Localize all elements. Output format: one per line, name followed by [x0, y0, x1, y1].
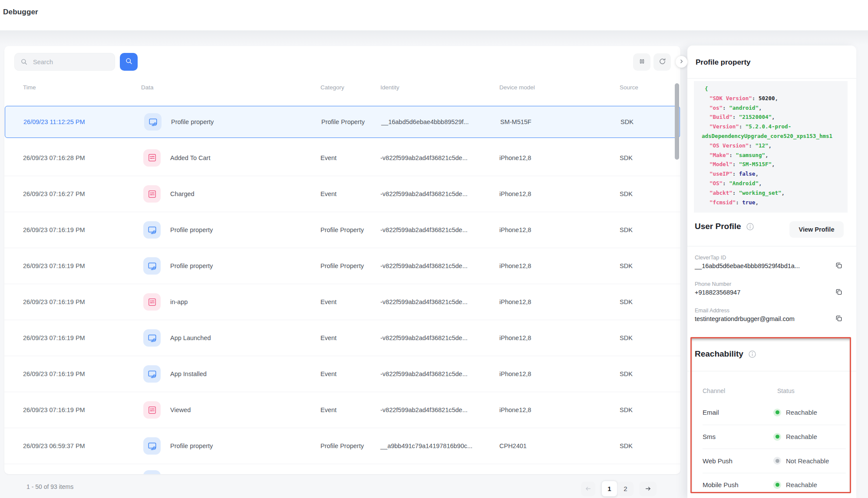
channel-name: Sms: [703, 433, 716, 440]
row-data-label: App Launched: [170, 334, 211, 341]
row-identity: -v822f599ab2ad4f36821c5de...: [380, 262, 468, 269]
row-time: 26/09/23 11:12:25 PM: [23, 118, 85, 125]
table-row[interactable]: 26/09/23 06:59:37 PMProfile propertyProf…: [4, 428, 680, 464]
table-row[interactable]: 26/09/23 07:16:19 PMApp LaunchedEvent-v8…: [4, 320, 680, 356]
row-device-model: iPhone12,8: [499, 298, 531, 305]
event-sliders-icon: [143, 293, 161, 311]
collapse-panel-button[interactable]: [676, 56, 687, 68]
column-header-time: Time: [23, 84, 36, 91]
field-value: +918823568947: [695, 289, 740, 296]
status-dot-not-reachable: [773, 457, 781, 465]
row-time: 26/09/23 06:59:37 PM: [23, 442, 85, 449]
device-settings-icon: [143, 221, 161, 239]
table-header-row: TimeDataCategoryIdentityDevice modelSour…: [4, 84, 680, 95]
row-identity: -v822f599ab2ad4f36821c5de...: [380, 190, 468, 197]
row-data-label: Profile property: [170, 226, 213, 233]
status-column-header: Status: [777, 387, 795, 394]
table-row[interactable]: 26/09/23 07:16:19 PMin-appEvent-v822f599…: [4, 284, 680, 320]
table-row[interactable]: 26/09/23 11:12:25 PMProfile propertyProf…: [5, 106, 680, 138]
table-row[interactable]: 26/09/23 07:16:19 PMProfile propertyProf…: [4, 248, 680, 284]
row-device-model: iPhone12,8: [499, 262, 531, 269]
column-header-data: Data: [141, 84, 154, 91]
row-category: Event: [320, 154, 337, 161]
row-data-label: Profile property: [170, 442, 213, 449]
refresh-button[interactable]: [653, 53, 671, 71]
search-icon: [125, 57, 133, 67]
profile-property-json-viewer: {"SDK Version": 50200,"os": "android","B…: [694, 81, 848, 213]
json-code-line: "OS Version": "12",: [710, 141, 846, 151]
copy-icon[interactable]: [834, 287, 844, 297]
channel-status: Reachable: [773, 409, 817, 416]
previous-page-button[interactable]: [581, 482, 595, 496]
status-label: Reachable: [786, 433, 817, 440]
channel-status: Reachable: [773, 433, 817, 441]
column-header-device-model: Device model: [499, 84, 535, 91]
table-row-partial[interactable]: [4, 464, 680, 474]
device-settings-icon: [144, 113, 162, 131]
row-category: Profile Property: [321, 118, 365, 125]
table-row[interactable]: 26/09/23 07:16:28 PMAdded To CartEvent-v…: [4, 140, 680, 176]
search-button[interactable]: [120, 53, 138, 71]
row-device-model: iPhone12,8: [499, 226, 531, 233]
row-category: Profile Property: [320, 442, 364, 449]
view-profile-button[interactable]: View Profile: [789, 221, 844, 238]
row-data-label: Profile property: [170, 262, 213, 269]
table-scrollbar[interactable]: [675, 83, 679, 160]
device-settings-icon: [143, 257, 161, 275]
row-category: Event: [320, 370, 337, 377]
row-identity: -v822f599ab2ad4f36821c5de...: [380, 334, 468, 341]
row-device-model: iPhone12,8: [499, 154, 531, 161]
search-input[interactable]: [32, 58, 109, 66]
user-profile-title: User Profile: [695, 222, 741, 231]
row-device-model: iPhone12,8: [499, 406, 531, 413]
info-icon[interactable]: [748, 350, 757, 359]
row-time: 26/09/23 07:16:19 PM: [23, 406, 85, 413]
row-category: Event: [320, 190, 337, 197]
json-code-line: {: [705, 84, 846, 94]
row-data-label: App Installed: [170, 370, 207, 377]
table-row[interactable]: 26/09/23 07:16:27 PMChargedEvent-v822f59…: [4, 176, 680, 212]
reachability-column-headers: Channel Status: [703, 387, 846, 394]
json-code-line: "abckt": "working_set",: [710, 188, 846, 198]
field-value: testintegrationdrbugger@gmail.com: [695, 315, 795, 322]
device-settings-icon: [143, 365, 161, 383]
row-time: 26/09/23 07:16:28 PM: [23, 154, 85, 161]
table-row[interactable]: 26/09/23 07:16:19 PMProfile propertyProf…: [4, 212, 680, 248]
pause-stream-button[interactable]: [633, 53, 650, 71]
row-identity: -v822f599ab2ad4f36821c5de...: [380, 370, 468, 377]
channel-name: Email: [703, 409, 719, 416]
row-source: SDK: [620, 226, 633, 233]
search-field[interactable]: [14, 53, 115, 71]
json-code-line: "fcmsid": true,: [710, 198, 846, 207]
page-button-2[interactable]: 2: [617, 482, 634, 496]
table-row[interactable]: 26/09/23 07:16:19 PMViewedEvent-v822f599…: [4, 392, 680, 428]
reachability-header: Reachability: [695, 349, 757, 359]
page-button-1[interactable]: 1: [601, 481, 617, 497]
copy-icon[interactable]: [834, 261, 844, 270]
reachability-row: Web PushNot Reachable: [703, 449, 846, 473]
pagination-summary: 1 - 50 of 93 items: [26, 483, 73, 490]
detail-panel: Profile property {"SDK Version": 50200,"…: [687, 46, 856, 498]
table-body: 26/09/23 11:12:25 PMProfile propertyProf…: [4, 106, 680, 474]
status-dot-reachable: [773, 481, 781, 489]
device-settings-icon: [143, 437, 161, 455]
status-dot-reachable: [773, 433, 781, 441]
chevron-right-icon: [678, 58, 685, 66]
row-identity: -v822f599ab2ad4f36821c5de...: [380, 406, 468, 413]
copy-icon[interactable]: [834, 314, 844, 323]
next-page-button[interactable]: [639, 482, 657, 496]
refresh-icon: [658, 57, 667, 67]
row-source: SDK: [620, 118, 634, 125]
row-identity: __16abd5d6ebae4bbb89529f...: [381, 118, 469, 125]
field-label: CleverTap ID: [695, 255, 800, 261]
info-icon[interactable]: [746, 222, 755, 231]
divider: [687, 371, 856, 371]
row-source: SDK: [620, 154, 633, 161]
row-source: SDK: [620, 262, 633, 269]
row-time: 26/09/23 07:16:19 PM: [23, 298, 85, 305]
field-label: Phone Number: [695, 281, 740, 287]
row-time: 26/09/23 07:16:19 PM: [23, 370, 85, 377]
user-profile-field: CleverTap ID__16abd5d6ebae4bbb89529f4bd1…: [695, 255, 800, 269]
json-code-line: "useIP": false,: [710, 169, 846, 179]
table-row[interactable]: 26/09/23 07:16:19 PMApp InstalledEvent-v…: [4, 356, 680, 392]
